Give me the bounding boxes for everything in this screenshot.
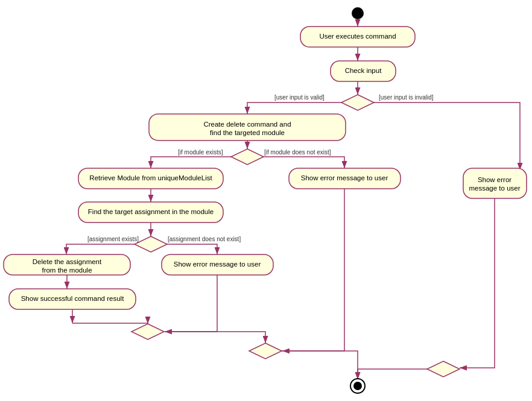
- show-error1-label: Show error: [478, 176, 511, 183]
- module-not-exist-label: [if module does not exist]: [264, 149, 331, 156]
- show-error2-label: Show error message to user: [301, 174, 388, 182]
- create-delete-label2: find the targeted module: [210, 129, 285, 136]
- assignment-exists-label: [assignment exists]: [87, 236, 139, 242]
- end-node-inner: [353, 382, 362, 390]
- invalid-label: [user input is invalid]: [379, 94, 434, 101]
- create-delete-label: Create delete command and: [203, 121, 291, 128]
- diamond1: [341, 95, 374, 110]
- valid-label: [user input is valid]: [274, 94, 325, 101]
- find-assignment-label: Find the target assignment in the module: [88, 208, 214, 215]
- delete-assignment-label2: from the module: [42, 267, 92, 274]
- show-error1-label2: message to user: [469, 185, 520, 192]
- assignment-not-exist-label: [assignment does not exist]: [168, 236, 241, 242]
- delete-assignment-label: Delete the assignment: [33, 258, 102, 265]
- check-input-label: Check input: [345, 67, 382, 74]
- module-exists-label: [if module exists]: [178, 149, 223, 156]
- retrieve-module-label: Retrieve Module from uniqueModuleList: [89, 174, 212, 182]
- diamond4: [131, 324, 164, 339]
- user-executes-label: User executes command: [319, 33, 396, 40]
- show-success-label: Show successful command result: [21, 295, 124, 302]
- diamond6: [427, 361, 460, 377]
- diagram-container: User executes command Check input [user …: [0, 0, 532, 401]
- diamond3: [135, 236, 167, 252]
- start-node: [352, 7, 364, 19]
- diamond5: [249, 343, 282, 359]
- show-error3-label: Show error message to user: [174, 260, 261, 268]
- diamond2: [231, 149, 264, 165]
